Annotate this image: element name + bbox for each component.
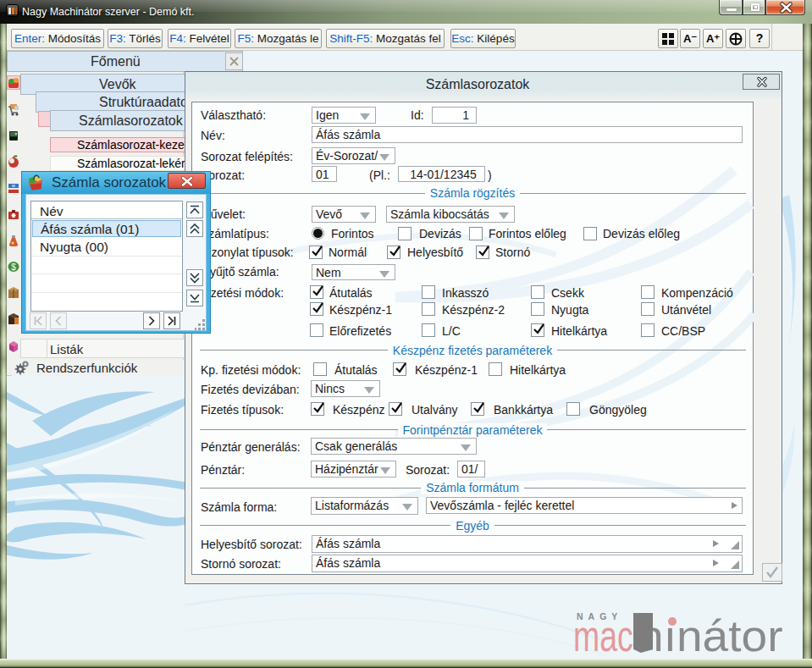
- svg-text:$: $: [11, 262, 16, 272]
